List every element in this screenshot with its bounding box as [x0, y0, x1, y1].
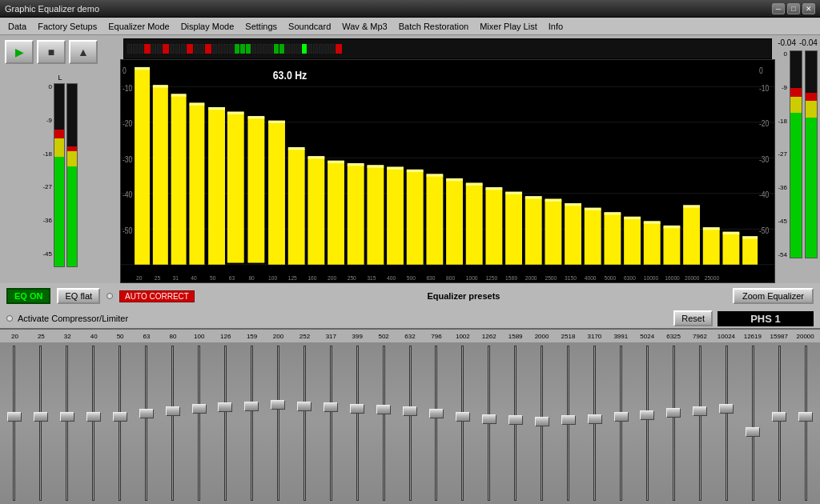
svg-rect-20 — [135, 67, 150, 70]
svg-rect-37 — [308, 158, 324, 264]
svg-text:0: 0 — [759, 66, 763, 75]
fader-knob-63[interactable] — [139, 409, 154, 418]
auto-correct-button[interactable]: AUTO CORRECT — [119, 290, 195, 302]
svg-rect-53 — [466, 185, 483, 265]
fader-knob-100[interactable] — [192, 404, 207, 414]
frequency-labels: 2025324050638010012615920025231739950263… — [0, 330, 820, 342]
fader-track-200 — [277, 346, 279, 501]
zoom-equalizer-button[interactable]: Zoom Equalizer — [733, 288, 814, 304]
fader-knob-1262[interactable] — [482, 414, 496, 424]
minimize-button[interactable]: ─ — [772, 3, 785, 14]
fader-knob-200[interactable] — [271, 400, 285, 410]
menu-soundcard[interactable]: Soundcard — [283, 20, 336, 33]
svg-text:80: 80 — [248, 274, 254, 282]
close-button[interactable]: ✕ — [802, 3, 815, 14]
svg-rect-77 — [703, 229, 720, 264]
fader-knob-10024[interactable] — [719, 404, 734, 414]
reset-button[interactable]: Reset — [673, 310, 713, 326]
fader-channel-1589 — [503, 346, 529, 501]
svg-rect-62 — [545, 198, 561, 201]
fader-knob-126[interactable] — [218, 402, 232, 412]
menu-wav-mp3[interactable]: Wav & Mp3 — [337, 20, 392, 33]
menu-settings[interactable]: Settings — [240, 20, 282, 33]
fader-knob-3170[interactable] — [588, 414, 602, 424]
compressor-radio[interactable] — [6, 315, 13, 322]
fader-knob-317[interactable] — [324, 402, 338, 412]
fader-knob-50[interactable] — [113, 412, 127, 422]
fader-knob-20[interactable] — [7, 412, 22, 422]
freq-label-25: 25 — [28, 333, 54, 340]
menu-batch-restoration[interactable]: Batch Restoration — [394, 20, 473, 33]
menu-equalizer-mode[interactable]: Equalizer Mode — [103, 20, 174, 33]
fader-knob-5024[interactable] — [640, 410, 654, 420]
fader-knob-25[interactable] — [34, 412, 48, 422]
fader-knob-15987[interactable] — [772, 412, 786, 422]
fader-knob-12619[interactable] — [746, 427, 760, 437]
menu-info[interactable]: Info — [544, 20, 568, 33]
svg-rect-54 — [466, 182, 483, 185]
spectrum-area: 0 -10 -20 -30 -40 -50 0 -10 -20 -30 -40 … — [120, 35, 775, 283]
fader-knob-1589[interactable] — [508, 415, 523, 425]
fader-track-502 — [383, 346, 385, 501]
svg-rect-48 — [407, 170, 424, 172]
fader-knob-40[interactable] — [86, 412, 101, 422]
menu-factory-setups[interactable]: Factory Setups — [33, 20, 102, 33]
fader-channel-317 — [318, 346, 344, 501]
freq-label-1589: 1589 — [502, 333, 529, 340]
svg-text:6300: 6300 — [624, 274, 636, 282]
freq-label-15987: 15987 — [766, 333, 792, 340]
maximize-button[interactable]: □ — [787, 3, 800, 14]
fader-knob-252[interactable] — [297, 402, 312, 411]
fader-track-399 — [356, 346, 359, 501]
svg-text:-30: -30 — [123, 155, 132, 164]
svg-rect-66 — [585, 208, 601, 210]
fader-track-15987 — [778, 346, 781, 501]
menu-mixer-play-list[interactable]: Mixer Play List — [475, 20, 542, 33]
fader-knob-502[interactable] — [376, 405, 391, 414]
freq-label-632: 632 — [397, 333, 424, 340]
svg-rect-38 — [308, 156, 324, 158]
fader-knob-2000[interactable] — [535, 417, 549, 426]
fader-knob-20000[interactable] — [798, 412, 813, 422]
auto-correct-radio[interactable] — [107, 293, 113, 299]
fader-knob-80[interactable] — [166, 406, 180, 416]
stop-button[interactable]: ■ — [37, 40, 66, 64]
eq-controls-bar: EQ ON EQ flat AUTO CORRECT Equalizer pre… — [0, 283, 820, 309]
svg-text:160: 160 — [308, 274, 316, 282]
menu-data[interactable]: Data — [3, 20, 31, 33]
fader-track-5024 — [646, 346, 649, 501]
fader-knob-3991[interactable] — [614, 412, 629, 422]
fader-track-100 — [198, 346, 200, 501]
fader-knob-159[interactable] — [244, 402, 259, 411]
svg-rect-59 — [525, 198, 542, 264]
eq-on-button[interactable]: EQ ON — [6, 288, 50, 304]
svg-text:1250: 1250 — [485, 274, 497, 282]
eject-button[interactable]: ▲ — [69, 40, 98, 64]
svg-rect-33 — [268, 122, 285, 265]
fader-knob-632[interactable] — [403, 406, 417, 416]
fader-knob-7962[interactable] — [693, 406, 707, 416]
fader-knob-32[interactable] — [60, 412, 74, 422]
svg-text:40: 40 — [191, 274, 196, 282]
fader-track-126 — [224, 346, 227, 501]
fader-knob-6325[interactable] — [666, 408, 681, 418]
eq-flat-button[interactable]: EQ flat — [57, 288, 100, 304]
play-button[interactable]: ▶ — [5, 40, 34, 64]
eq-presets-area: Equalizer presets — [201, 291, 726, 301]
fader-channel-25 — [28, 346, 54, 501]
eq-compressor-bar: Activate Compressor/Limiter Reset PHS 1 — [0, 309, 820, 328]
freq-label-2518: 2518 — [555, 333, 581, 340]
svg-text:250: 250 — [348, 274, 356, 282]
fader-knob-399[interactable] — [350, 404, 364, 414]
svg-rect-64 — [565, 203, 581, 206]
svg-rect-40 — [328, 161, 344, 163]
freq-label-50: 50 — [107, 333, 134, 340]
fader-track-317 — [330, 346, 332, 501]
menu-display-mode[interactable]: Display Mode — [176, 20, 239, 33]
svg-text:3150: 3150 — [565, 274, 577, 282]
vu-panel: -0.04 -0.04 0-9-18-27-36-45-54 — [775, 35, 820, 283]
fader-knob-1002[interactable] — [456, 412, 470, 422]
fader-knob-796[interactable] — [429, 409, 444, 418]
fader-knob-2518[interactable] — [561, 415, 576, 425]
svg-text:50: 50 — [210, 274, 215, 282]
